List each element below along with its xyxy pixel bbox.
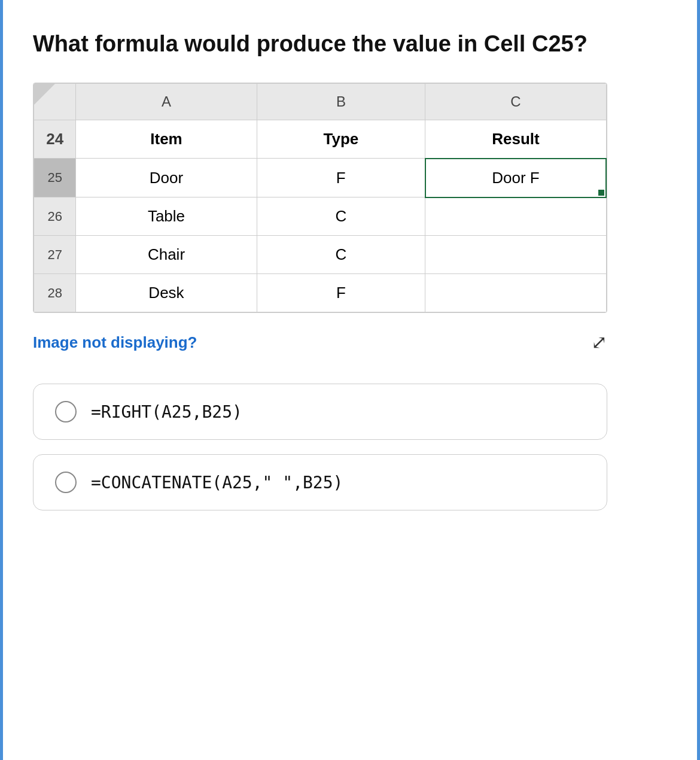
cell-c25: Door F bbox=[425, 159, 606, 197]
col-header-a: A bbox=[76, 83, 257, 120]
cell-a25: Door bbox=[76, 159, 257, 197]
cell-c27 bbox=[425, 236, 606, 274]
page-container: What formula would produce the value in … bbox=[0, 0, 700, 760]
cell-c28 bbox=[425, 274, 606, 312]
answer-text-1: =RIGHT(A25,B25) bbox=[91, 402, 242, 422]
row-28: 28 Desk F bbox=[34, 274, 607, 312]
row-num-26: 26 bbox=[34, 197, 76, 236]
answer-option-2[interactable]: =CONCATENATE(A25," ",B25) bbox=[33, 454, 607, 510]
row-27: 27 Chair C bbox=[34, 236, 607, 274]
row-24: 24 Item Type Result bbox=[34, 120, 607, 159]
radio-2[interactable] bbox=[55, 472, 77, 493]
cell-b25: F bbox=[257, 159, 425, 197]
cell-c26 bbox=[425, 197, 606, 236]
cell-a26: Table bbox=[76, 197, 257, 236]
image-not-displaying-link[interactable]: Image not displaying? bbox=[33, 333, 197, 352]
cell-b26: C bbox=[257, 197, 425, 236]
spreadsheet-wrapper: A B C 24 Item Type Result 25 Door F bbox=[33, 83, 607, 314]
col-header-b: B bbox=[257, 83, 425, 120]
cell-b28: F bbox=[257, 274, 425, 312]
expand-icon[interactable]: ⤢ bbox=[591, 331, 607, 354]
cell-b27: C bbox=[257, 236, 425, 274]
corner-header bbox=[34, 83, 76, 120]
row-num-28: 28 bbox=[34, 274, 76, 312]
row-num-27: 27 bbox=[34, 236, 76, 274]
cell-a24: Item bbox=[76, 120, 257, 159]
spreadsheet-table: A B C 24 Item Type Result 25 Door F bbox=[34, 83, 607, 313]
radio-1[interactable] bbox=[55, 401, 77, 422]
row-25: 25 Door F Door F bbox=[34, 159, 607, 197]
row-num-24: 24 bbox=[34, 120, 76, 159]
cell-b24: Type bbox=[257, 120, 425, 159]
image-link-row: Image not displaying? ⤢ bbox=[33, 331, 607, 354]
question-title: What formula would produce the value in … bbox=[33, 30, 667, 59]
col-header-c: C bbox=[425, 83, 606, 120]
column-header-row: A B C bbox=[34, 83, 607, 120]
cell-a28: Desk bbox=[76, 274, 257, 312]
row-26: 26 Table C bbox=[34, 197, 607, 236]
row-num-25: 25 bbox=[34, 159, 76, 197]
cell-a27: Chair bbox=[76, 236, 257, 274]
cell-c24: Result bbox=[425, 120, 606, 159]
answer-text-2: =CONCATENATE(A25," ",B25) bbox=[91, 473, 343, 493]
answer-option-1[interactable]: =RIGHT(A25,B25) bbox=[33, 384, 607, 440]
